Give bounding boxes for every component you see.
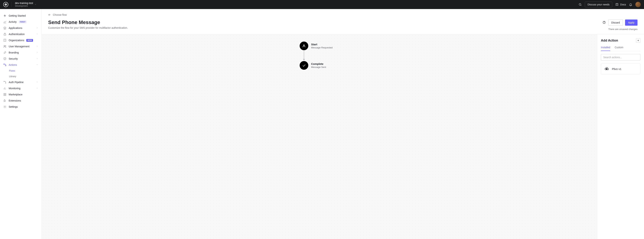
node-title: Complete xyxy=(311,62,326,65)
panel-tabs: Installed Custom xyxy=(601,46,640,51)
bolt-icon xyxy=(3,14,6,17)
arrow-left-icon xyxy=(48,13,51,16)
chevron-right-icon xyxy=(36,33,38,36)
sidebar-item-activity[interactable]: Activity FIRST xyxy=(2,19,40,25)
sidebar-item-security[interactable]: Security xyxy=(2,56,40,62)
search-icon[interactable] xyxy=(578,3,582,6)
add-action-panel: Add Action Installed Custom Plivo v1 xyxy=(597,34,644,239)
puzzle-icon xyxy=(3,99,6,102)
chevron-right-icon xyxy=(36,57,38,60)
chevron-down-icon xyxy=(34,3,36,6)
sidebar-item-label: Branding xyxy=(9,51,19,54)
new-badge: NEW xyxy=(26,39,33,42)
sidebar-item-label: Actions xyxy=(9,63,17,66)
top-header: dev-training-test Development Discuss yo… xyxy=(0,0,644,9)
sidebar-item-label: Security xyxy=(9,57,18,60)
grid-icon xyxy=(3,93,6,96)
chevron-right-icon xyxy=(36,81,38,84)
sidebar-item-marketplace[interactable]: Marketplace xyxy=(2,91,40,98)
sidebar-item-label: Applications xyxy=(9,27,22,30)
sidebar-item-label: User Management xyxy=(9,45,30,48)
apply-button[interactable]: Apply xyxy=(625,20,638,26)
bars-icon xyxy=(3,87,6,90)
users-icon xyxy=(3,45,6,48)
tab-installed[interactable]: Installed xyxy=(601,46,610,51)
sidebar-item-authentication[interactable]: Authentication xyxy=(2,31,40,37)
tab-custom[interactable]: Custom xyxy=(614,46,623,51)
back-label: Choose flow xyxy=(53,13,67,16)
docs-link[interactable]: Docs xyxy=(615,3,626,6)
svg-point-14 xyxy=(5,46,6,47)
svg-rect-23 xyxy=(5,93,6,94)
discuss-button[interactable]: Discuss your needs xyxy=(585,2,612,8)
book-icon xyxy=(615,3,619,6)
sidebar-item-label: Authentication xyxy=(9,33,25,36)
brush-icon xyxy=(3,51,6,54)
svg-rect-25 xyxy=(5,95,6,96)
back-link[interactable]: Choose flow xyxy=(48,13,638,16)
page-title: Send Phone Message xyxy=(48,20,128,25)
sidebar-item-label: Monitoring xyxy=(9,87,20,90)
node-subtitle: Message Sent xyxy=(311,66,326,69)
header-left: dev-training-test Development xyxy=(3,2,36,7)
flow-node-start[interactable]: Start Message Requested xyxy=(300,42,339,50)
tenant-name: dev-training-test xyxy=(15,2,33,5)
svg-line-2 xyxy=(581,5,581,6)
search-input[interactable] xyxy=(601,54,640,61)
tenant-switcher[interactable]: dev-training-test Development xyxy=(15,2,36,7)
sidebar-item-applications[interactable]: Applications xyxy=(2,25,40,31)
unsaved-note: There are unsaved changes xyxy=(608,28,638,31)
svg-rect-16 xyxy=(5,65,6,66)
add-action-button[interactable] xyxy=(636,38,640,43)
action-title: Plivo v1 xyxy=(612,67,622,71)
check-icon xyxy=(300,61,308,70)
svg-marker-4 xyxy=(4,27,6,28)
help-icon[interactable] xyxy=(602,21,606,24)
node-title: Start xyxy=(311,43,333,46)
svg-rect-5 xyxy=(4,34,6,35)
chevron-right-icon xyxy=(36,87,38,90)
sidebar-subitem-library[interactable]: Library xyxy=(2,74,40,79)
main: Choose flow Send Phone Message Customize… xyxy=(42,9,644,239)
avatar[interactable] xyxy=(635,2,641,7)
svg-point-13 xyxy=(4,45,5,47)
sidebar-item-getting-started[interactable]: Getting Started xyxy=(2,13,40,19)
lock-icon xyxy=(3,33,6,36)
stack-icon xyxy=(3,26,6,30)
sidebar-item-organizations[interactable]: Organizations NEW xyxy=(2,37,40,43)
svg-point-17 xyxy=(4,81,4,82)
sidebar-item-label: Marketplace xyxy=(9,93,22,96)
sidebar-item-auth-pipeline[interactable]: Auth Pipeline xyxy=(2,79,40,85)
pipeline-icon xyxy=(3,81,6,84)
docs-label: Docs xyxy=(620,3,626,6)
tenant-env: Development xyxy=(15,5,33,7)
sidebar-item-label: Auth Pipeline xyxy=(9,81,24,84)
logo[interactable] xyxy=(3,2,8,7)
user-icon xyxy=(300,42,308,50)
gear-icon xyxy=(3,105,6,108)
bell-icon[interactable] xyxy=(629,3,632,6)
action-card-plivo[interactable]: Plivo v1 xyxy=(601,63,640,74)
panel-title: Add Action xyxy=(601,39,618,43)
discard-button[interactable]: Discard xyxy=(608,20,623,26)
page-subtitle: Customize the flow for your SMS provider… xyxy=(48,26,128,29)
svg-rect-24 xyxy=(4,95,5,96)
shield-star-icon xyxy=(4,3,7,6)
sidebar-item-actions[interactable]: Actions xyxy=(2,62,40,68)
sidebar-subitem-flows[interactable]: Flows xyxy=(2,68,40,74)
flow-node-complete[interactable]: Complete Message Sent xyxy=(300,61,339,70)
first-badge: FIRST xyxy=(19,21,26,23)
sidebar-item-label: Extensions xyxy=(9,99,21,102)
svg-rect-22 xyxy=(4,93,5,94)
sidebar-item-branding[interactable]: Branding xyxy=(2,50,40,56)
sidebar-item-user-management[interactable]: User Management xyxy=(2,43,40,50)
svg-marker-32 xyxy=(303,59,305,61)
sidebar-item-monitoring[interactable]: Monitoring xyxy=(2,85,40,91)
flow-canvas[interactable]: Start Message Requested Complete M xyxy=(42,34,597,239)
chevron-right-icon xyxy=(36,51,38,54)
sidebar-item-extensions[interactable]: Extensions xyxy=(2,98,40,104)
sidebar-item-label: Activity xyxy=(9,21,16,23)
sidebar-item-settings[interactable]: Settings xyxy=(2,104,40,110)
chart-icon xyxy=(3,20,6,24)
flow-icon xyxy=(3,63,6,67)
